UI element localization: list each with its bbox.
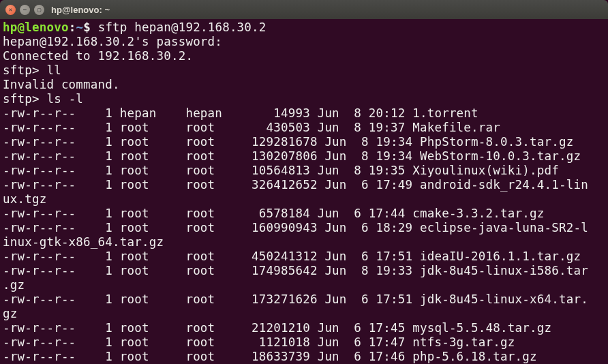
list-row: -rw-r--r-- 1 root root 326412652 Jun 6 1… xyxy=(3,178,605,192)
window-controls: ✕ − ▢ xyxy=(5,5,44,15)
list-row: -rw-r--r-- 1 root root 130207806 Jun 8 1… xyxy=(3,149,605,164)
list-row: -rw-r--r-- 1 root root 450241312 Jun 6 1… xyxy=(3,249,605,264)
prompt-dollar: $ xyxy=(83,20,97,34)
invalid-line: Invalid command. xyxy=(3,78,605,92)
command-lsl: ls -l xyxy=(46,92,83,106)
sftp-prompt-line: sftp> ll xyxy=(3,63,605,78)
prompt-line: hp@lenovo:~$ sftp hepan@192.168.30.2 xyxy=(3,20,605,35)
list-row: -rw-r--r-- 1 root root 18633739 Jun 6 17… xyxy=(3,350,605,364)
list-row: -rw-r--r-- 1 root root 174985642 Jun 8 1… xyxy=(3,264,605,278)
close-icon[interactable]: ✕ xyxy=(5,5,16,15)
list-row: -rw-r--r-- 1 root root 21201210 Jun 6 17… xyxy=(3,321,605,335)
connected-line: Connected to 192.168.30.2. xyxy=(3,49,605,63)
terminal-body[interactable]: hp@lenovo:~$ sftp hepan@192.168.30.2hepa… xyxy=(0,19,608,364)
prompt-path: ~ xyxy=(76,20,83,34)
list-row: .gz xyxy=(3,278,605,292)
list-row: -rw-r--r-- 1 root root 430503 Jun 8 19:3… xyxy=(3,121,605,135)
sftp-prompt-line2: sftp> ls -l xyxy=(3,92,605,106)
list-row: -rw-r--r-- 1 root root 6578184 Jun 6 17:… xyxy=(3,207,605,221)
prompt-user: hp xyxy=(3,20,17,34)
list-row: -rw-r--r-- 1 root root 160990943 Jun 6 1… xyxy=(3,221,605,235)
list-row: ux.tgz xyxy=(3,192,605,207)
command-ll: ll xyxy=(46,63,61,77)
sftp-prompt: sftp> xyxy=(3,63,46,77)
list-row: -rw-r--r-- 1 root root 173271626 Jun 6 1… xyxy=(3,292,605,307)
window-title: hp@lenovo: ~ xyxy=(51,5,110,15)
list-row: -rw-r--r-- 1 root root 1121018 Jun 6 17:… xyxy=(3,335,605,350)
password-prompt: hepan@192.168.30.2's password: xyxy=(3,35,605,49)
command-sftp: sftp hepan@192.168.30.2 xyxy=(98,20,267,34)
titlebar: ✕ − ▢ hp@lenovo: ~ xyxy=(0,0,608,19)
list-row: -rw-r--r-- 1 hepan hepan 14993 Jun 8 20:… xyxy=(3,106,605,121)
sftp-prompt2: sftp> xyxy=(3,92,46,106)
list-row: inux-gtk-x86_64.tar.gz xyxy=(3,235,605,249)
list-row: -rw-r--r-- 1 root root 10564813 Jun 8 19… xyxy=(3,164,605,178)
prompt-host: lenovo xyxy=(25,20,68,34)
minimize-icon[interactable]: − xyxy=(20,5,30,15)
list-row: gz xyxy=(3,307,605,321)
prompt-colon: : xyxy=(69,20,76,34)
maximize-icon[interactable]: ▢ xyxy=(34,5,44,15)
list-row: -rw-r--r-- 1 root root 129281678 Jun 8 1… xyxy=(3,135,605,149)
prompt-at: @ xyxy=(17,20,25,34)
